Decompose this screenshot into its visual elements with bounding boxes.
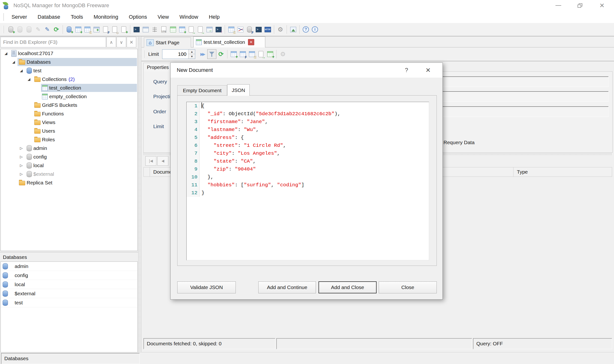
menu-window[interactable]: Window (174, 11, 203, 23)
limit-spinner[interactable]: ▲ ▼ (162, 49, 195, 59)
tree-item-test-db[interactable]: ◢ test (1, 66, 138, 75)
close-dialog-button[interactable]: Close (379, 281, 437, 293)
database-list-item-test[interactable]: test (1, 298, 138, 307)
expand-arrow-icon[interactable]: ◢ (12, 60, 19, 64)
http-api-icon[interactable] (263, 25, 272, 34)
menu-view[interactable]: View (152, 11, 174, 23)
restore-button[interactable] (572, 0, 588, 11)
collapse-arrow-icon[interactable]: ▷ (20, 155, 27, 159)
tree-item-config-db[interactable]: ▷ config (1, 153, 138, 161)
find-close-button[interactable]: ✕ (127, 37, 136, 47)
spin-down-icon[interactable]: ▼ (188, 54, 195, 59)
console-icon[interactable] (254, 25, 263, 34)
menu-server[interactable]: Server (6, 11, 32, 23)
find-input[interactable] (0, 37, 106, 47)
export-document-icon[interactable] (187, 25, 196, 34)
fetch-all-icon[interactable]: ▶▶ (198, 49, 207, 59)
collapse-arrow-icon[interactable]: ▷ (20, 172, 27, 176)
aggregate-icon[interactable] (168, 25, 178, 34)
new-function-icon[interactable] (101, 25, 110, 34)
menu-tools[interactable]: Tools (66, 11, 88, 23)
shell-import-icon[interactable] (214, 25, 223, 34)
expand-arrow-icon[interactable]: ◢ (20, 68, 27, 73)
dialog-close-button[interactable]: ✕ (421, 63, 435, 78)
tree-item-external-db[interactable]: ▷ $external (1, 170, 138, 178)
menu-help[interactable]: Help (203, 11, 225, 23)
tab-properties[interactable]: Properties (143, 63, 172, 72)
filter-icon[interactable] (207, 49, 216, 59)
connect-server-icon[interactable] (6, 25, 15, 34)
server-log-icon[interactable] (245, 25, 254, 34)
minimize-button[interactable] (551, 0, 566, 11)
save-results-icon[interactable] (229, 49, 238, 59)
tree-item-replica-set[interactable]: Replica Set (1, 178, 138, 187)
tree-view-icon[interactable] (150, 25, 159, 34)
nav-prev-button[interactable]: ◀ (157, 156, 168, 166)
table-settings-icon[interactable] (227, 25, 236, 34)
find-prev-button[interactable]: ∧ (107, 37, 116, 47)
export-window-icon[interactable] (205, 25, 214, 34)
tree-item-empty-collection[interactable]: empty_collection (1, 92, 138, 101)
limit-input[interactable] (162, 50, 188, 59)
import-document-icon[interactable] (196, 25, 205, 34)
database-list-item-external[interactable]: $external (1, 289, 138, 298)
screenshot-icon[interactable] (289, 25, 298, 34)
requery-data-label[interactable]: Requery Data (444, 140, 475, 145)
tree-item-local-db[interactable]: ▷ local (1, 161, 138, 170)
validate-json-button[interactable]: Validate JSON (177, 281, 236, 293)
json-editor[interactable]: 1{2 "_id": ObjectId("5de3cf3d1ab22c41682… (186, 102, 429, 260)
tree-item-gridfs[interactable]: GridFS Buckets (1, 101, 138, 109)
add-and-close-button[interactable]: Add and Close (319, 281, 377, 293)
collapse-arrow-icon[interactable]: ▷ (20, 163, 27, 168)
tree-item-localhost[interactable]: ◢ localhost:27017 (1, 49, 138, 58)
menu-database[interactable]: Database (32, 11, 66, 23)
explorer-splitter[interactable] (138, 36, 141, 352)
expand-arrow-icon[interactable]: ◢ (28, 77, 34, 81)
tree-item-functions[interactable]: Functions (1, 109, 138, 118)
disconnect-server-icon[interactable] (15, 25, 25, 34)
database-list-item-admin[interactable]: admin (1, 262, 138, 271)
edit-server-icon[interactable]: ✎ (34, 25, 43, 34)
table-editor-icon[interactable] (178, 25, 187, 34)
tree-item-roles[interactable]: Roles (1, 135, 138, 144)
remove-server-icon[interactable] (25, 25, 34, 34)
table-db-icon[interactable] (247, 49, 256, 59)
expand-arrow-icon[interactable]: ◢ (5, 51, 11, 56)
new-user-icon[interactable] (110, 25, 119, 34)
insert-document-icon[interactable] (265, 49, 275, 59)
database-list-item-config[interactable]: config (1, 271, 138, 280)
tab-test-collection[interactable]: test.test_collection ✕ (193, 36, 265, 47)
tab-json[interactable]: JSON (227, 84, 250, 96)
new-role-icon[interactable] (119, 25, 128, 34)
monitoring-chart-icon[interactable] (236, 25, 245, 34)
tree-item-test-collection[interactable]: test_collection (1, 84, 138, 92)
close-button[interactable]: ✕ (594, 0, 610, 11)
edit-icon[interactable]: ✎ (43, 25, 52, 34)
tab-close-button[interactable]: ✕ (248, 39, 254, 45)
tree-item-databases[interactable]: ◢ Databases (1, 58, 138, 66)
tree-item-admin-db[interactable]: ▷ admin (1, 144, 138, 153)
spin-up-icon[interactable]: ▲ (188, 50, 195, 54)
refresh-query-icon[interactable]: ⟳ (216, 49, 225, 59)
settings-gear-icon[interactable]: ⚙ (276, 25, 285, 34)
new-view-icon[interactable] (92, 25, 101, 34)
find-next-button[interactable]: ∨ (117, 37, 126, 47)
export-results-icon[interactable] (256, 49, 265, 59)
about-icon[interactable]: i (310, 25, 320, 34)
database-list-item-local[interactable]: local (1, 280, 138, 289)
add-and-continue-button[interactable]: Add and Continue (258, 281, 316, 293)
tree-item-users[interactable]: Users (1, 127, 138, 135)
menu-options[interactable]: Options (124, 11, 152, 23)
new-database-icon[interactable] (65, 25, 74, 34)
refresh-icon[interactable]: ⟳ (52, 25, 61, 34)
tree-item-views[interactable]: Views (1, 118, 138, 127)
menu-monitoring[interactable]: Monitoring (88, 11, 124, 23)
new-capped-collection-icon[interactable] (83, 25, 92, 34)
shell-icon[interactable] (132, 25, 141, 34)
dialog-help-button[interactable]: ? (399, 63, 414, 78)
tree-item-collections[interactable]: ◢ Collections (2) (1, 75, 138, 84)
type-column-header[interactable]: Type (514, 167, 612, 177)
tab-empty-document[interactable]: Empty Document (177, 85, 227, 96)
grid-settings-gear-icon[interactable]: ⚙ (278, 49, 287, 59)
tab-start-page[interactable]: ⌂ Start Page (144, 37, 191, 47)
